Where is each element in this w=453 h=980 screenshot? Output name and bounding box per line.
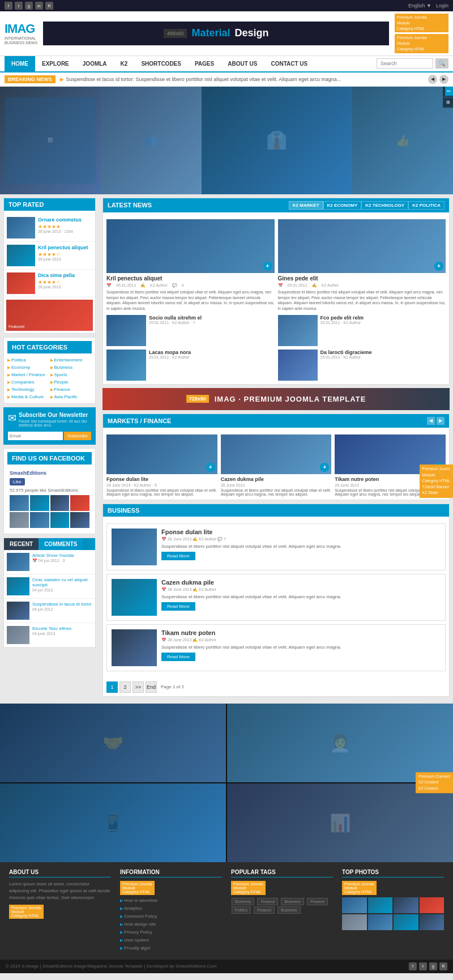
read-more-button[interactable]: Read More [161,653,195,661]
small-news-title[interactable]: Socio nulla sitrehm el [149,315,202,321]
small-news-title[interactable]: Da larocti digracieme [320,350,372,355]
footer-photo[interactable] [342,897,367,913]
footer-link[interactable]: How to advertise [120,897,222,904]
business-item-title[interactable]: Fponse dulan lite [161,529,441,535]
footer-link[interactable]: Comment Policy [120,913,222,920]
category-item[interactable]: Economy [7,364,49,370]
market-add-btn[interactable]: + [320,463,329,472]
footer-tag[interactable]: Finance [307,898,328,905]
footer-link[interactable]: Analytics [120,905,222,912]
business-item-title[interactable]: Cazen dukma pile [161,579,441,586]
category-item[interactable]: Politica [7,357,49,363]
hero-grid-btn[interactable]: ⊞ [443,97,453,108]
footer-link[interactable]: How design site [120,921,222,928]
category-item[interactable]: Finance [50,386,92,393]
small-news-title[interactable]: Fco pede elit relm [320,315,364,321]
category-item[interactable]: Market / Finance [7,372,49,378]
linkedin-icon[interactable]: in [35,2,43,10]
category-item[interactable]: Asia Pacific [50,394,92,400]
ticker-next[interactable]: ▶ [439,75,448,84]
ticker-prev[interactable]: ◀ [428,75,437,84]
nav-joomla[interactable]: JOOMLA [76,56,114,73]
markets-prev-btn[interactable]: ◀ [427,417,435,425]
advertisement-banner[interactable]: 728x90 IMAG · PREMIUM JOOMLA TEMPLATE [102,388,450,410]
logo[interactable]: IMAG INTERNATIONALBUSINESS NEWS [5,22,37,46]
category-item[interactable]: Media & Culture [7,394,49,400]
comment-title[interactable]: Cirac sadalen cu vel aliquet suscipit. [32,577,92,587]
tab-k2-technology[interactable]: K2 Technology [361,201,408,210]
top-rated-item-title[interactable]: Dica sima pelia [38,272,92,278]
header-banner[interactable]: 468x60 Material Design [43,22,389,45]
hero-edit-btn[interactable]: ✏ [445,87,453,96]
category-item[interactable]: Companies [7,379,49,385]
top-rated-item-title[interactable]: Ornare commetus [38,217,92,223]
read-more-button[interactable]: Read More [161,552,195,560]
category-item[interactable]: Technology [7,386,49,393]
news-add-btn[interactable]: + [263,262,272,271]
google-plus-icon[interactable]: g [25,2,33,10]
footer-photo[interactable] [394,914,418,930]
nav-k2[interactable]: K2 [114,56,135,73]
nav-home[interactable]: HOME [5,56,35,73]
footer-link[interactable]: Privacy Policy [120,929,222,936]
comment-title[interactable]: Suspendisse in lacus et tortor [32,602,92,607]
tab-k2-economy[interactable]: K2 Economy [323,201,362,210]
footer-link[interactable]: Proudly algo! [120,945,222,952]
category-item[interactable]: Entertainment [50,357,92,363]
page-last-button[interactable]: End [146,681,157,693]
small-news-title[interactable]: Lacas mopa nora [149,350,191,355]
nav-contact[interactable]: CONTACT US [264,56,314,73]
top-rated-item-title[interactable]: Kril penectus aliquet [38,245,92,250]
rss-icon[interactable]: R [45,2,53,10]
search-input[interactable] [377,58,433,69]
footer-photo[interactable] [368,897,393,913]
footer-tag[interactable]: Politics [232,906,251,914]
search-button[interactable]: 🔍 [435,58,448,69]
tab-k2-market[interactable]: K2 Market [289,201,323,210]
featured-title-1[interactable]: Kril penectus aliquet [106,275,275,282]
news-add-btn[interactable]: + [434,262,443,271]
category-item[interactable]: Business [50,364,92,370]
footer-photo[interactable] [368,914,393,930]
market-title[interactable]: Fponse dulan lite [106,476,217,482]
page-2-button[interactable]: 2 [119,681,131,693]
language-selector[interactable]: English ▼ [408,3,431,8]
tab-k2-politica[interactable]: K2 Politica [408,201,445,210]
facebook-like-btn[interactable]: Like [10,478,25,485]
comment-title[interactable]: Etccete Tasc ettnes [32,626,92,631]
footer-link[interactable]: User system [120,937,222,944]
footer-photo[interactable] [420,897,445,913]
login-link[interactable]: Login [436,3,448,8]
footer-tag[interactable]: Business [277,906,300,914]
footer-tag[interactable]: Finance [254,906,275,914]
featured-title-2[interactable]: Gines pede elit [278,275,446,282]
footer-photo[interactable] [394,897,418,913]
market-add-btn[interactable]: + [206,463,215,472]
read-more-button[interactable]: Read More [161,602,195,611]
page-1-button[interactable]: 1 [106,681,118,693]
footer-facebook-icon[interactable]: f [409,962,417,970]
markets-next-btn[interactable]: ▶ [437,417,445,425]
twitter-icon[interactable]: t [15,2,23,10]
category-item[interactable]: Sports [50,372,92,378]
business-item-title[interactable]: Tikam nutre poten [161,629,441,636]
market-title[interactable]: Cazen dukma pile [221,476,332,482]
footer-google-icon[interactable]: g [429,962,437,970]
footer-tag[interactable]: Business [232,898,254,905]
footer-twitter-icon[interactable]: t [419,962,427,970]
footer-photo[interactable] [420,914,445,930]
nav-pages[interactable]: PAGES [188,56,221,73]
footer-rss-icon[interactable]: R [439,962,447,970]
nav-about[interactable]: ABOUT US [221,56,264,73]
nav-explore[interactable]: EXPLORE [35,56,76,73]
nav-shortcodes[interactable]: SHORTCODES [134,56,188,73]
category-item[interactable]: People [50,379,92,385]
facebook-icon[interactable]: f [5,2,12,10]
newsletter-subscribe-button[interactable]: Subscribe [64,432,91,440]
footer-tag[interactable]: Finance [257,898,278,905]
footer-tag[interactable]: Business [281,898,304,905]
page-end-button[interactable]: >> [133,681,144,693]
comment-title[interactable]: Article Show Yourida [32,553,92,558]
newsletter-email-input[interactable] [8,432,63,440]
footer-photo[interactable] [342,914,367,930]
